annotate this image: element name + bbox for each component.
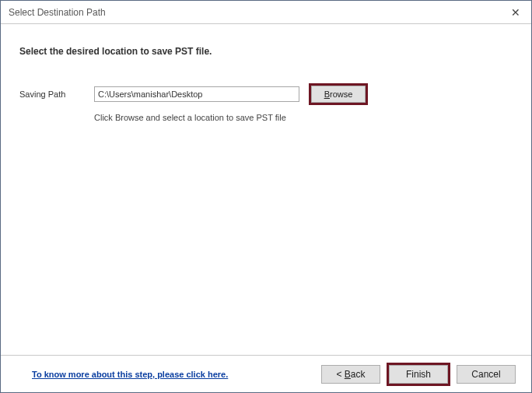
saving-path-label: Saving Path: [19, 89, 82, 99]
cancel-button[interactable]: Cancel: [457, 365, 516, 384]
instruction-text: Select the desired location to save PST …: [19, 46, 513, 57]
content-area: Select the desired location to save PST …: [1, 24, 531, 355]
path-row: Saving Path Browse: [19, 83, 513, 105]
browse-button[interactable]: Browse: [311, 86, 366, 103]
browse-highlight: Browse: [309, 83, 368, 105]
titlebar: Select Destination Path ✕: [1, 1, 531, 24]
close-button[interactable]: ✕: [500, 1, 531, 24]
back-button[interactable]: < Back: [321, 365, 380, 384]
finish-button[interactable]: Finish: [389, 365, 448, 384]
footer-bar: To know more about this step, please cli…: [1, 355, 531, 392]
saving-path-input[interactable]: [94, 86, 299, 102]
hint-text: Click Browse and select a location to sa…: [94, 113, 513, 122]
dialog-window: Select Destination Path ✕ Select the des…: [0, 0, 532, 393]
finish-highlight: Finish: [387, 363, 450, 386]
help-link[interactable]: To know more about this step, please cli…: [32, 370, 228, 379]
window-title: Select Destination Path: [9, 7, 500, 18]
